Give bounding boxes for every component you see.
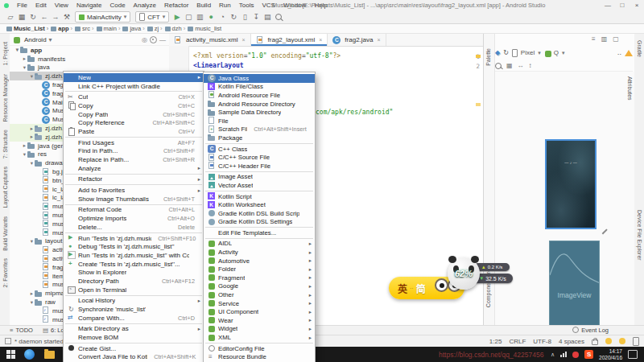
tool-tab-gradle[interactable]: Gradle bbox=[637, 40, 642, 57]
menu-item-copy[interactable]: CopyCtrl+C bbox=[64, 101, 204, 110]
tool-tab-favorites[interactable]: 2: Favorites bbox=[2, 258, 8, 288]
tool-tab-build-variants[interactable]: Build Variants bbox=[2, 216, 8, 251]
design-canvas[interactable]: — ♪ — ImageView bbox=[495, 72, 634, 325]
menu-item-delete[interactable]: Delete...Delete bbox=[64, 223, 204, 232]
browser-taskbar-icon[interactable] bbox=[24, 349, 35, 360]
tool-tab-layout-captures[interactable]: Layout Captures bbox=[2, 167, 8, 208]
submenu-google[interactable]: Google bbox=[204, 282, 315, 291]
submenu-cpp-class[interactable]: C++ Class bbox=[204, 145, 315, 154]
ime-mode-indicator[interactable]: 简 bbox=[416, 282, 426, 295]
expand-arrow-icon[interactable] bbox=[29, 238, 35, 245]
crumb-music-list[interactable]: music_list bbox=[184, 25, 221, 32]
open-icon[interactable]: ▱ bbox=[5, 11, 16, 23]
submenu-widget[interactable]: Widget bbox=[204, 325, 315, 334]
expand-arrow-icon[interactable] bbox=[22, 64, 27, 71]
menu-item-run-tests[interactable]: Run 'Tests in 'zj.dzh.music_list''Ctrl+S… bbox=[64, 234, 204, 243]
expand-arrow-icon[interactable] bbox=[14, 47, 20, 53]
expand-arrow-icon[interactable] bbox=[29, 299, 35, 306]
gradle-sync-icon[interactable]: ↻ bbox=[228, 11, 239, 23]
menubar-tools[interactable]: Tools bbox=[235, 0, 258, 10]
crumb-project[interactable]: Music_List bbox=[6, 25, 45, 32]
submenu-automotive[interactable]: Automotive bbox=[204, 257, 315, 265]
submenu-edit-file-templates[interactable]: Edit File Templates... bbox=[204, 228, 315, 237]
menu-item-paste[interactable]: PasteCtrl+V bbox=[64, 127, 204, 136]
more-icon[interactable]: ‥ bbox=[617, 49, 621, 56]
menu-item-link-cpp[interactable]: Link C++ Project with Gradle bbox=[64, 82, 204, 91]
pan-vertical-icon[interactable]: ↕ bbox=[529, 62, 532, 69]
tree-manifests[interactable]: manifests bbox=[10, 55, 169, 64]
split-view-icon[interactable]: ▥ bbox=[601, 35, 608, 43]
menubar-analyze[interactable]: Analyze bbox=[130, 0, 160, 10]
code-area[interactable]: <?xml version="1.0" encoding="utf-8"?><L… bbox=[193, 51, 341, 71]
submenu-c-header-file[interactable]: C/C++ Header File bbox=[204, 162, 315, 171]
menu-item-debug-tests[interactable]: Debug 'Tests in 'zj.dzh.music_list'' bbox=[64, 242, 204, 251]
palette-tab[interactable]: Palette bbox=[485, 48, 491, 66]
menu-item-create-gist[interactable]: Create Gist... bbox=[64, 344, 204, 353]
component-tree-tab[interactable]: Component Tree bbox=[485, 265, 491, 307]
submenu-wear[interactable]: Wear bbox=[204, 316, 315, 325]
submenu-java-class[interactable]: Java Class bbox=[204, 74, 315, 83]
api-selector[interactable]: Q bbox=[554, 49, 559, 56]
tab-frag2-java[interactable]: frag2.java× bbox=[328, 34, 386, 46]
submenu-android-resource-directory[interactable]: Android Resource Directory bbox=[204, 100, 315, 109]
submenu-service[interactable]: Service bbox=[204, 299, 315, 308]
expand-arrow-icon[interactable] bbox=[29, 125, 35, 132]
submenu-kotlin-worksheet[interactable]: Kotlin Worksheet bbox=[204, 200, 315, 209]
layers-icon[interactable]: ◆ bbox=[495, 49, 500, 56]
build-icon[interactable]: ⚒ bbox=[61, 11, 72, 23]
smiley-icon[interactable] bbox=[619, 338, 625, 344]
maximize-button[interactable]: □ bbox=[615, 0, 630, 10]
menu-item-replace-in-path[interactable]: Replace in Path...Ctrl+Shift+R bbox=[64, 155, 204, 164]
submenu-fragment[interactable]: Fragment bbox=[204, 274, 315, 282]
menu-item-show-image-thumbnails[interactable]: Show Image ThumbnailsCtrl+Shift+T bbox=[64, 195, 204, 204]
locate-file-icon[interactable]: ◎ bbox=[142, 36, 147, 43]
menu-item-optimize-imports[interactable]: Optimize ImportsCtrl+Alt+O bbox=[64, 214, 204, 223]
menu-item-analyze[interactable]: Analyze bbox=[64, 164, 204, 173]
expand-arrow-icon[interactable] bbox=[22, 142, 27, 149]
submenu-scratch-file[interactable]: Scratch FileCtrl+Alt+Shift+Insert bbox=[204, 125, 315, 134]
run-config-selector[interactable]: MainActivity ▾ bbox=[75, 11, 130, 23]
submenu-file[interactable]: File bbox=[204, 117, 315, 125]
tool-tab-structure[interactable]: 7: Structure bbox=[2, 130, 8, 158]
grid-icon[interactable]: ▦ bbox=[506, 62, 513, 69]
crumb-app[interactable]: app bbox=[47, 25, 69, 32]
taskbar-clock[interactable]: 14:17 2020/4/16 bbox=[599, 348, 622, 361]
hide-panel-icon[interactable]: — bbox=[159, 36, 166, 43]
coverage-icon[interactable]: ◔ bbox=[217, 11, 228, 23]
design-view-icon[interactable]: ▢ bbox=[613, 35, 619, 43]
preview-selected-imageview[interactable]: — ♪ — bbox=[545, 139, 597, 229]
menu-item-local-history[interactable]: Local History bbox=[64, 297, 204, 306]
tab-activity-music[interactable]: activity_music.xml× bbox=[169, 34, 251, 46]
tray-app-icon[interactable] bbox=[572, 352, 579, 358]
gear-icon[interactable] bbox=[150, 36, 157, 43]
floating-panda-ball[interactable]: 62% bbox=[448, 257, 480, 290]
tray-expand-icon[interactable]: ∧ bbox=[551, 352, 555, 358]
line-ending[interactable]: CRLF bbox=[509, 338, 526, 345]
scrollbar-warning-mark[interactable] bbox=[476, 55, 481, 58]
menu-item-copy-reference[interactable]: Copy ReferenceCtrl+Alt+Shift+C bbox=[64, 118, 204, 127]
forward-icon[interactable]: → bbox=[50, 11, 61, 23]
minimize-button[interactable]: — bbox=[601, 0, 615, 10]
submenu-gradle-kotlin-settings[interactable]: Gradle Kotlin DSL Settings bbox=[204, 218, 315, 227]
device-selector[interactable]: Pixel bbox=[521, 49, 535, 56]
submenu-c-source-file[interactable]: C/C++ Source File bbox=[204, 153, 315, 162]
tab-frag2-layout[interactable]: frag2_layout.xml× bbox=[251, 34, 328, 46]
tool-tab-resource-manager[interactable]: Resource Manager bbox=[2, 74, 8, 122]
search-everywhere-icon[interactable] bbox=[273, 11, 284, 23]
crumb-main[interactable]: main bbox=[92, 25, 117, 32]
submenu-android-resource-file[interactable]: Android Resource File bbox=[204, 91, 315, 100]
submenu-other[interactable]: Other bbox=[204, 290, 315, 299]
tool-tab-project[interactable]: 1: Project bbox=[2, 42, 8, 66]
close-icon[interactable]: × bbox=[319, 37, 322, 43]
submenu-activity[interactable]: Activity bbox=[204, 248, 315, 257]
submenu-folder[interactable]: Folder bbox=[204, 265, 315, 274]
preview-imageview-placeholder[interactable]: ImageView bbox=[549, 241, 600, 335]
menu-item-remove-bom[interactable]: Remove BOM bbox=[64, 333, 204, 342]
notification-center-icon[interactable] bbox=[628, 350, 638, 359]
indent-setting[interactable]: 4 spaces bbox=[559, 338, 584, 345]
menubar-navigate[interactable]: Navigate bbox=[72, 0, 106, 10]
tool-window-toggle-icon[interactable] bbox=[5, 338, 11, 344]
ime-language-indicator[interactable]: 英 bbox=[398, 282, 407, 295]
menu-item-copy-path[interactable]: Copy PathCtrl+Shift+C bbox=[64, 110, 204, 119]
attributes-tab[interactable]: Attributes bbox=[625, 76, 633, 101]
